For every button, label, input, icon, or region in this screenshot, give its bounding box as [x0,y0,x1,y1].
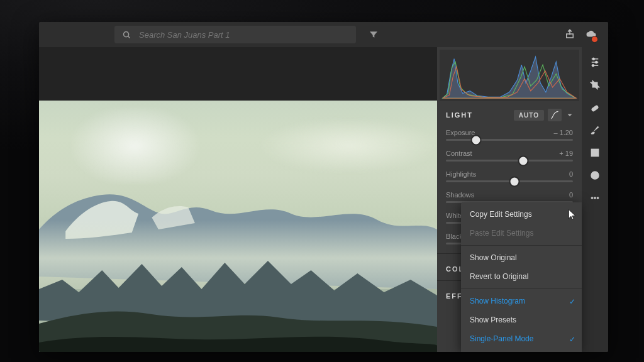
svg-point-0 [124,31,129,36]
shadows-value: 0 [569,191,573,199]
context-menu: Copy Edit Settings Paste Edit Settings S… [461,202,582,352]
exposure-value: – 1.20 [553,129,573,136]
checkmark-icon: ✓ [569,335,575,344]
radial-gradient-icon[interactable] [589,169,601,182]
svg-line-1 [128,36,130,38]
sliders-icon[interactable] [589,56,601,69]
brush-icon[interactable] [589,124,601,136]
light-section-header[interactable]: LIGHT AUTO [437,101,582,126]
photo-preview [39,101,437,352]
svg-point-13 [594,197,596,199]
menu-single-panel[interactable]: Single-Panel Mode ✓ [461,329,582,348]
highlights-value: 0 [569,170,573,178]
auto-button[interactable]: AUTO [514,110,544,121]
search-icon [122,30,131,40]
tool-rail [582,47,608,352]
crop-icon[interactable] [589,79,601,91]
contrast-slider[interactable]: Contrast+ 19 [437,147,582,168]
chevron-down-icon[interactable] [565,111,574,119]
more-icon[interactable] [589,192,601,204]
contrast-value: + 19 [559,150,573,157]
highlights-slider[interactable]: Highlights0 [437,168,582,189]
menu-show-histogram[interactable]: Show Histogram ✓ [461,292,582,310]
svg-rect-9 [591,106,598,112]
histogram[interactable] [440,50,579,101]
menu-revert-label: Revert to Original [470,272,528,281]
menu-show-hist-label: Show Histogram [470,297,525,305]
search-input[interactable] [138,30,348,40]
menu-show-presets[interactable]: Show Presets [461,310,582,329]
contrast-label: Contrast [446,150,472,157]
sync-alert-badge [591,36,598,43]
search-field[interactable] [114,26,356,43]
image-canvas[interactable] [39,47,437,352]
menu-paste-label: Paste Edit Settings [470,229,533,238]
checkmark-icon: ✓ [569,297,575,306]
svg-point-14 [597,197,599,199]
svg-point-6 [592,58,594,60]
menu-copy-settings[interactable]: Copy Edit Settings [461,205,582,224]
cloud-sync-icon[interactable] [586,28,597,41]
filter-icon[interactable] [369,30,379,40]
menu-paste-settings: Paste Edit Settings [461,224,582,243]
exposure-label: Exposure [446,129,475,136]
linear-gradient-icon[interactable] [589,146,601,159]
svg-point-8 [592,65,594,67]
app-window: LIGHT AUTO Exposure– 1.20 Contrast+ 19 H… [39,22,608,352]
light-title: LIGHT [446,111,473,119]
topbar [39,22,608,47]
menu-copy-label: Copy Edit Settings [470,210,532,219]
shadows-label: Shadows [446,191,474,199]
share-icon[interactable] [564,28,575,41]
menu-single-panel-label: Single-Panel Mode [470,334,533,343]
svg-point-12 [591,197,593,199]
exposure-slider[interactable]: Exposure– 1.20 [437,126,582,147]
heal-icon[interactable] [589,101,601,114]
svg-rect-10 [591,149,599,156]
menu-revert-original[interactable]: Revert to Original [461,267,582,286]
svg-point-11 [591,172,599,179]
menu-show-original-label: Show Original [470,253,517,262]
menu-show-original[interactable]: Show Original [461,248,582,267]
tone-curve-button[interactable] [548,109,562,121]
highlights-label: Highlights [446,170,476,178]
svg-point-7 [596,62,597,63]
cursor-icon [568,209,577,221]
menu-show-presets-label: Show Presets [470,315,516,324]
